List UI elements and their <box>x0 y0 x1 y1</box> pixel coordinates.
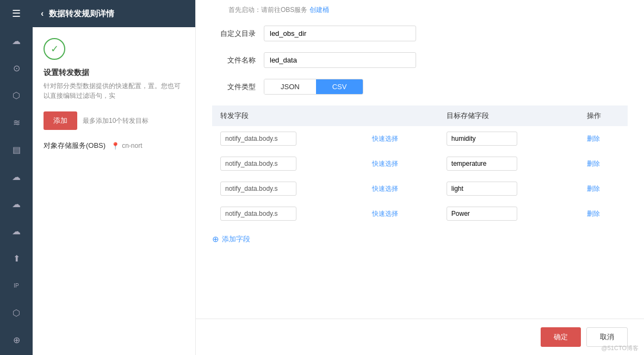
table-row: 快速选择 删除 <box>212 126 628 151</box>
obs-row: 对象存储服务(OBS) 📍 cn-nort <box>44 141 184 151</box>
left-panel-content: ✓ 设置转发数据 针对部分类型数据提供的快速配置，置。您也可以直接编辑过滤语句，… <box>33 27 195 355</box>
upload-nav-icon[interactable]: ⬆ <box>0 245 33 272</box>
target-field-input-0[interactable] <box>447 132 517 146</box>
left-panel-header: ‹ 数据转发规则详情 <box>33 0 195 27</box>
target-field-input-1[interactable] <box>447 157 517 171</box>
delete-button-1[interactable]: 删除 <box>587 159 600 169</box>
forward-field-input-3[interactable] <box>220 207 296 221</box>
col-forward-header: 转发字段 <box>212 105 361 126</box>
cloud-nav-icon[interactable]: ☁ <box>0 27 33 54</box>
target-field-input-2[interactable] <box>447 182 517 196</box>
location-icon: 📍 <box>111 142 120 150</box>
col-target-header: 目标存储字段 <box>438 105 579 126</box>
delete-button-0[interactable]: 删除 <box>587 134 600 144</box>
bottom-bar: 确定 取消 <box>196 319 644 355</box>
confirm-button[interactable]: 确定 <box>541 327 581 347</box>
message-nav-icon[interactable]: ⊙ <box>0 54 33 82</box>
ip-nav-icon[interactable]: IP <box>0 272 33 299</box>
forward-field-input-2[interactable] <box>220 182 296 196</box>
file-type-group: JSON CSV <box>264 79 363 95</box>
main-content: 首先启动：请前往OBS服务 创建桶 自定义目录 文件名称 文件类型 JSON C… <box>196 0 644 355</box>
step-title: 设置转发数据 <box>44 68 184 78</box>
obs-label: 对象存储服务(OBS) <box>44 141 106 151</box>
file-type-label: 文件类型 <box>212 82 256 92</box>
file-name-input[interactable] <box>264 52 416 68</box>
cube-nav-icon[interactable]: ⬡ <box>0 82 33 109</box>
back-button[interactable]: ‹ <box>41 9 44 18</box>
table-row: 快速选择 删除 <box>212 176 628 201</box>
cloud2-nav-icon[interactable]: ☁ <box>0 163 33 190</box>
delete-button-2[interactable]: 删除 <box>587 184 600 194</box>
global-nav-icon[interactable]: ⊕ <box>0 326 33 353</box>
table-row: 快速选择 删除 <box>212 151 628 176</box>
step-indicator: ✓ <box>44 38 184 60</box>
add-field-icon: ⊕ <box>212 234 219 244</box>
file-name-label: 文件名称 <box>212 55 256 65</box>
json-type-button[interactable]: JSON <box>264 79 316 94</box>
csv-type-button[interactable]: CSV <box>316 79 363 94</box>
target-field-input-3[interactable] <box>447 207 517 221</box>
create-bucket-link[interactable]: 创建桶 <box>309 6 329 14</box>
step-circle: ✓ <box>44 38 65 60</box>
file-type-row: 文件类型 JSON CSV <box>212 79 628 95</box>
forward-field-input-0[interactable] <box>220 132 296 146</box>
cloud3-nav-icon[interactable]: ☁ <box>0 190 33 217</box>
cloud4-nav-icon[interactable]: ☁ <box>0 217 33 245</box>
step-desc: 针对部分类型数据提供的快速配置，置。您也可以直接编辑过滤语句，实 <box>44 81 184 101</box>
field-table: 转发字段 目标存储字段 操作 快速选择 删除 <box>212 105 628 226</box>
add-button[interactable]: 添加 <box>44 111 77 130</box>
main-body: 首先启动：请前往OBS服务 创建桶 自定义目录 文件名称 文件类型 JSON C… <box>196 0 644 319</box>
sidebar-icons: ☰ ☁ ⊙ ⬡ ≋ ▤ ☁ ☁ ☁ ⬆ IP ⬡ ⊕ <box>0 0 33 355</box>
quick-select-button-3[interactable]: 快速选择 <box>369 209 401 219</box>
page-nav-icon[interactable]: ▤ <box>0 136 33 163</box>
chart-nav-icon[interactable]: ≋ <box>0 109 33 136</box>
quick-select-button-2[interactable]: 快速选择 <box>369 184 401 194</box>
delete-button-3[interactable]: 删除 <box>587 209 600 219</box>
custom-dir-row: 自定义目录 <box>212 26 628 41</box>
add-field-label: 添加字段 <box>222 234 250 244</box>
custom-dir-label: 自定义目录 <box>212 29 256 39</box>
forward-field-input-1[interactable] <box>220 157 296 171</box>
quick-select-button-1[interactable]: 快速选择 <box>369 159 401 169</box>
custom-dir-input[interactable] <box>264 26 416 41</box>
quick-select-button-0[interactable]: 快速选择 <box>369 134 401 144</box>
menu-icon[interactable]: ☰ <box>0 0 33 27</box>
top-hint: 首先启动：请前往OBS服务 创建桶 <box>212 0 628 15</box>
add-field-row[interactable]: ⊕ 添加字段 <box>212 234 628 244</box>
page-title: 数据转发规则详情 <box>49 9 114 19</box>
add-row: 添加 最多添加10个转发目标 <box>44 111 184 130</box>
col-action-header: 操作 <box>579 105 628 126</box>
group-nav-icon[interactable]: ⬡ <box>0 299 33 326</box>
table-row: 快速选择 删除 <box>212 201 628 226</box>
watermark: @51CTO博客 <box>602 344 639 352</box>
add-hint: 最多添加10个转发目标 <box>83 116 148 126</box>
file-name-row: 文件名称 <box>212 52 628 68</box>
left-panel: ‹ 数据转发规则详情 ✓ 设置转发数据 针对部分类型数据提供的快速配置，置。您也… <box>33 0 196 355</box>
col-quick-select-header <box>361 105 438 126</box>
obs-location: cn-nort <box>122 142 142 150</box>
